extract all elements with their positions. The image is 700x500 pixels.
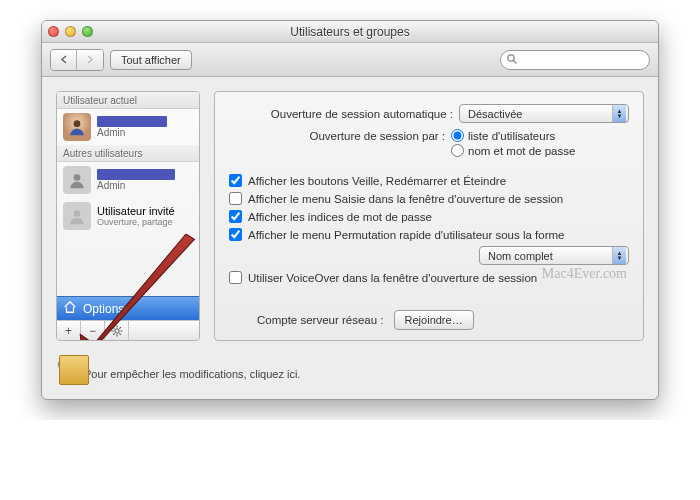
close-icon[interactable] <box>48 26 59 37</box>
chk-voiceover[interactable] <box>229 271 242 284</box>
nav-segmented <box>50 49 104 71</box>
chk-fastswitch[interactable] <box>229 228 242 241</box>
chevron-left-icon <box>60 55 68 64</box>
fastswitch-select[interactable]: Nom complet ▲▼ <box>479 246 629 265</box>
auto-login-select[interactable]: Désactivée ▲▼ <box>459 104 629 123</box>
radio-name-pw-input[interactable] <box>451 144 464 157</box>
net-server-label: Compte serveur réseau : <box>257 314 384 326</box>
svg-point-4 <box>74 210 81 217</box>
chk-hints[interactable] <box>229 210 242 223</box>
svg-point-2 <box>74 120 81 127</box>
current-user-row[interactable]: Admin <box>57 109 199 145</box>
avatar <box>63 202 91 230</box>
chevron-updown-icon: ▲▼ <box>612 247 626 264</box>
login-by-label: Ouverture de session par : <box>229 129 445 142</box>
toolbar: Tout afficher <box>42 43 658 77</box>
auto-login-label: Ouverture de session automatique : <box>229 108 453 120</box>
guest-user-name: Utilisateur invité <box>97 205 193 217</box>
chevron-right-icon <box>86 55 94 64</box>
lock-text: Pour empêcher les modifications, cliquez… <box>84 368 300 380</box>
back-button[interactable] <box>51 50 77 70</box>
search-icon <box>506 53 518 67</box>
chk-input-row[interactable]: Afficher le menu Saisie dans la fenêtre … <box>229 192 629 205</box>
chk-input[interactable] <box>229 192 242 205</box>
net-server-row: Compte serveur réseau : Rejoindre… <box>229 310 629 330</box>
auto-login-row: Ouverture de session automatique : Désac… <box>229 104 629 123</box>
section-current-user: Utilisateur actuel <box>57 92 199 109</box>
avatar <box>63 113 91 141</box>
login-by-row: Ouverture de session par : liste d'utili… <box>229 129 629 157</box>
chk-hints-row[interactable]: Afficher les indices de mot de passe <box>229 210 629 223</box>
preferences-window: Utilisateurs et groupes Tout afficher Ut… <box>41 20 659 400</box>
guest-user-row[interactable]: Utilisateur invité Ouverture, partage <box>57 198 199 234</box>
chk-fastswitch-row[interactable]: Afficher le menu Permutation rapide d'ut… <box>229 228 629 241</box>
chk-sleep[interactable] <box>229 174 242 187</box>
window-title: Utilisateurs et groupes <box>42 25 658 39</box>
svg-point-3 <box>74 174 81 181</box>
arrow-annotation-area <box>57 234 199 296</box>
auto-login-value: Désactivée <box>468 108 522 120</box>
user-sidebar: Utilisateur actuel Admin Autres utilisat… <box>56 91 200 341</box>
fastswitch-value: Nom complet <box>488 250 553 262</box>
other-user-name-redacted <box>97 169 175 180</box>
options-panel: Ouverture de session automatique : Désac… <box>214 91 644 341</box>
titlebar: Utilisateurs et groupes <box>42 21 658 43</box>
traffic-lights <box>48 26 93 37</box>
minimize-icon[interactable] <box>65 26 76 37</box>
arrow-icon <box>57 234 200 341</box>
chevron-updown-icon: ▲▼ <box>612 105 626 122</box>
chk-sleep-row[interactable]: Afficher les boutons Veille, Redémarrer … <box>229 174 629 187</box>
svg-point-0 <box>508 54 514 60</box>
zoom-icon[interactable] <box>82 26 93 37</box>
body: Utilisateur actuel Admin Autres utilisat… <box>42 77 658 355</box>
lock-open-icon <box>58 363 76 385</box>
show-all-button[interactable]: Tout afficher <box>110 50 192 70</box>
forward-button[interactable] <box>77 50 103 70</box>
search-field-wrap <box>500 50 650 70</box>
current-user-role: Admin <box>97 127 193 138</box>
search-input[interactable] <box>500 50 650 70</box>
guest-user-sub: Ouverture, partage <box>97 217 193 227</box>
other-user-role: Admin <box>97 180 193 191</box>
join-button[interactable]: Rejoindre… <box>394 310 474 330</box>
avatar <box>63 166 91 194</box>
radio-user-list-input[interactable] <box>451 129 464 142</box>
current-user-name-redacted <box>97 116 167 127</box>
radio-user-list[interactable]: liste d'utilisateurs <box>451 129 629 142</box>
other-user-row[interactable]: Admin <box>57 162 199 198</box>
lock-bar[interactable]: Pour empêcher les modifications, cliquez… <box>42 355 658 399</box>
svg-line-1 <box>514 60 517 63</box>
watermark: Mac4Ever.com <box>542 266 627 282</box>
radio-name-pw[interactable]: nom et mot de passe <box>451 144 629 157</box>
section-other-users: Autres utilisateurs <box>57 145 199 162</box>
